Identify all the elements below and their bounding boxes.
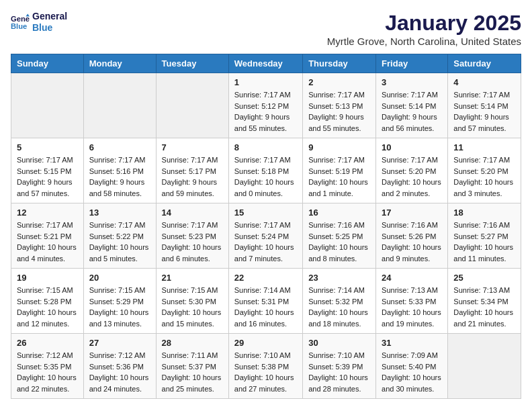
calendar-cell: 14Sunrise: 7:17 AMSunset: 5:23 PMDayligh… [156, 203, 228, 269]
calendar-cell: 6Sunrise: 7:17 AMSunset: 5:16 PMDaylight… [83, 138, 156, 203]
svg-text:Blue: Blue [11, 22, 27, 30]
day-info: Sunrise: 7:17 AMSunset: 5:13 PMDaylight:… [308, 89, 370, 134]
calendar-cell: 24Sunrise: 7:13 AMSunset: 5:33 PMDayligh… [376, 269, 448, 334]
calendar-cell [11, 73, 84, 138]
calendar-week-4: 19Sunrise: 7:15 AMSunset: 5:28 PMDayligh… [11, 269, 521, 334]
calendar-cell: 16Sunrise: 7:16 AMSunset: 5:25 PMDayligh… [303, 203, 376, 269]
calendar-cell: 29Sunrise: 7:10 AMSunset: 5:38 PMDayligh… [228, 334, 302, 399]
calendar-cell: 19Sunrise: 7:15 AMSunset: 5:28 PMDayligh… [11, 269, 84, 334]
day-number: 6 [89, 142, 150, 152]
day-number: 26 [17, 338, 78, 348]
day-number: 19 [17, 273, 78, 283]
calendar-cell: 25Sunrise: 7:13 AMSunset: 5:34 PMDayligh… [448, 269, 521, 334]
day-number: 13 [89, 208, 150, 218]
day-number: 31 [382, 338, 442, 348]
day-number: 27 [89, 338, 150, 348]
calendar-week-2: 5Sunrise: 7:17 AMSunset: 5:15 PMDaylight… [11, 138, 521, 203]
day-number: 18 [453, 208, 515, 218]
calendar-cell: 21Sunrise: 7:15 AMSunset: 5:30 PMDayligh… [156, 269, 228, 334]
calendar-cell: 18Sunrise: 7:16 AMSunset: 5:27 PMDayligh… [448, 203, 521, 269]
day-number: 11 [453, 142, 515, 152]
logo-line1: General [32, 11, 67, 22]
day-info: Sunrise: 7:16 AMSunset: 5:27 PMDaylight:… [453, 220, 515, 264]
day-number: 28 [162, 338, 223, 348]
calendar-cell: 30Sunrise: 7:10 AMSunset: 5:39 PMDayligh… [303, 334, 376, 399]
day-info: Sunrise: 7:17 AMSunset: 5:18 PMDaylight:… [234, 154, 297, 199]
day-number: 17 [382, 208, 442, 218]
calendar-header: SundayMondayTuesdayWednesdayThursdayFrid… [11, 54, 521, 73]
weekday-header-wednesday: Wednesday [228, 54, 302, 73]
day-info: Sunrise: 7:17 AMSunset: 5:23 PMDaylight:… [162, 220, 223, 264]
calendar-cell: 9Sunrise: 7:17 AMSunset: 5:19 PMDaylight… [303, 138, 376, 203]
day-info: Sunrise: 7:17 AMSunset: 5:12 PMDaylight:… [234, 89, 297, 134]
page-header: General Blue General Blue January 2025 M… [11, 11, 521, 47]
calendar-cell: 13Sunrise: 7:17 AMSunset: 5:22 PMDayligh… [83, 203, 156, 269]
day-number: 9 [308, 142, 370, 152]
day-number: 22 [234, 273, 297, 283]
day-info: Sunrise: 7:13 AMSunset: 5:34 PMDaylight:… [453, 285, 515, 329]
calendar-cell: 4Sunrise: 7:17 AMSunset: 5:14 PMDaylight… [448, 73, 521, 138]
calendar-cell: 15Sunrise: 7:17 AMSunset: 5:24 PMDayligh… [228, 203, 302, 269]
day-number: 29 [234, 338, 297, 348]
calendar-cell: 27Sunrise: 7:12 AMSunset: 5:36 PMDayligh… [83, 334, 156, 399]
calendar-cell: 5Sunrise: 7:17 AMSunset: 5:15 PMDaylight… [11, 138, 84, 203]
day-info: Sunrise: 7:17 AMSunset: 5:14 PMDaylight:… [453, 89, 515, 134]
weekday-header-monday: Monday [83, 54, 156, 73]
calendar-cell: 2Sunrise: 7:17 AMSunset: 5:13 PMDaylight… [303, 73, 376, 138]
day-info: Sunrise: 7:17 AMSunset: 5:24 PMDaylight:… [234, 220, 297, 264]
day-number: 12 [17, 208, 78, 218]
weekday-header-tuesday: Tuesday [156, 54, 228, 73]
calendar-week-3: 12Sunrise: 7:17 AMSunset: 5:21 PMDayligh… [11, 203, 521, 269]
calendar-cell: 26Sunrise: 7:12 AMSunset: 5:35 PMDayligh… [11, 334, 84, 399]
day-info: Sunrise: 7:17 AMSunset: 5:21 PMDaylight:… [17, 220, 78, 264]
day-number: 7 [162, 142, 223, 152]
day-info: Sunrise: 7:15 AMSunset: 5:29 PMDaylight:… [89, 285, 150, 329]
day-info: Sunrise: 7:17 AMSunset: 5:20 PMDaylight:… [382, 154, 442, 199]
day-number: 4 [453, 77, 515, 87]
day-number: 3 [382, 77, 442, 87]
day-info: Sunrise: 7:17 AMSunset: 5:14 PMDaylight:… [382, 89, 442, 134]
title-block: January 2025 Myrtle Grove, North Carolin… [327, 11, 521, 47]
day-info: Sunrise: 7:14 AMSunset: 5:32 PMDaylight:… [308, 285, 370, 329]
calendar-cell [448, 334, 521, 399]
calendar-cell: 7Sunrise: 7:17 AMSunset: 5:17 PMDaylight… [156, 138, 228, 203]
calendar-subtitle: Myrtle Grove, North Carolina, United Sta… [327, 36, 521, 47]
weekday-header-friday: Friday [376, 54, 448, 73]
calendar-cell [156, 73, 228, 138]
calendar-cell: 22Sunrise: 7:14 AMSunset: 5:31 PMDayligh… [228, 269, 302, 334]
logo: General Blue General Blue [11, 11, 67, 34]
calendar-table: SundayMondayTuesdayWednesdayThursdayFrid… [11, 54, 521, 399]
day-info: Sunrise: 7:17 AMSunset: 5:22 PMDaylight:… [89, 220, 150, 264]
day-info: Sunrise: 7:12 AMSunset: 5:36 PMDaylight:… [89, 350, 150, 394]
day-number: 5 [17, 142, 78, 152]
weekday-header-row: SundayMondayTuesdayWednesdayThursdayFrid… [11, 54, 521, 73]
day-info: Sunrise: 7:17 AMSunset: 5:16 PMDaylight:… [89, 154, 150, 199]
day-info: Sunrise: 7:11 AMSunset: 5:37 PMDaylight:… [162, 350, 223, 394]
calendar-week-5: 26Sunrise: 7:12 AMSunset: 5:35 PMDayligh… [11, 334, 521, 399]
day-info: Sunrise: 7:15 AMSunset: 5:28 PMDaylight:… [17, 285, 78, 329]
logo-icon: General Blue [11, 13, 30, 32]
day-info: Sunrise: 7:17 AMSunset: 5:15 PMDaylight:… [17, 154, 78, 199]
day-number: 15 [234, 208, 297, 218]
calendar-cell: 10Sunrise: 7:17 AMSunset: 5:20 PMDayligh… [376, 138, 448, 203]
day-info: Sunrise: 7:10 AMSunset: 5:39 PMDaylight:… [308, 350, 370, 394]
calendar-cell: 17Sunrise: 7:16 AMSunset: 5:26 PMDayligh… [376, 203, 448, 269]
calendar-week-1: 1Sunrise: 7:17 AMSunset: 5:12 PMDaylight… [11, 73, 521, 138]
day-info: Sunrise: 7:15 AMSunset: 5:30 PMDaylight:… [162, 285, 223, 329]
day-number: 25 [453, 273, 515, 283]
weekday-header-thursday: Thursday [303, 54, 376, 73]
calendar-cell: 1Sunrise: 7:17 AMSunset: 5:12 PMDaylight… [228, 73, 302, 138]
calendar-cell: 28Sunrise: 7:11 AMSunset: 5:37 PMDayligh… [156, 334, 228, 399]
day-info: Sunrise: 7:09 AMSunset: 5:40 PMDaylight:… [382, 350, 442, 394]
day-number: 16 [308, 208, 370, 218]
day-number: 21 [162, 273, 223, 283]
calendar-title: January 2025 [327, 11, 521, 36]
day-number: 23 [308, 273, 370, 283]
calendar-body: 1Sunrise: 7:17 AMSunset: 5:12 PMDaylight… [11, 73, 521, 399]
weekday-header-sunday: Sunday [11, 54, 84, 73]
calendar-cell: 31Sunrise: 7:09 AMSunset: 5:40 PMDayligh… [376, 334, 448, 399]
day-number: 2 [308, 77, 370, 87]
calendar-cell: 11Sunrise: 7:17 AMSunset: 5:20 PMDayligh… [448, 138, 521, 203]
day-info: Sunrise: 7:13 AMSunset: 5:33 PMDaylight:… [382, 285, 442, 329]
day-info: Sunrise: 7:16 AMSunset: 5:26 PMDaylight:… [382, 220, 442, 264]
